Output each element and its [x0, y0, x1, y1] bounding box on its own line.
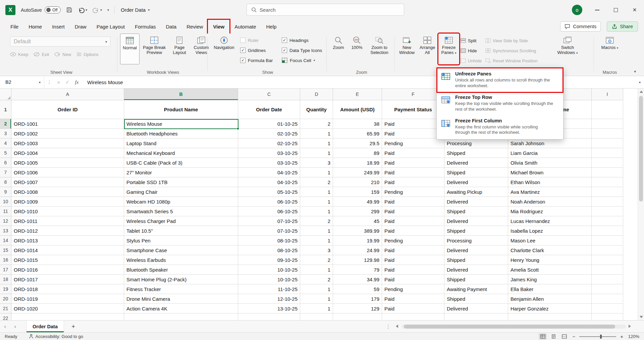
cell[interactable]: 07-10-25 [238, 226, 300, 236]
cell[interactable]: 1 [300, 284, 333, 294]
cell[interactable]: Paid [382, 265, 444, 275]
column-header-A[interactable]: A [11, 89, 124, 100]
cell[interactable] [592, 187, 623, 197]
cell[interactable]: Wireless Mouse [124, 119, 238, 129]
row-header-6[interactable]: 6 [0, 158, 11, 168]
cell[interactable]: Delivered [444, 216, 508, 226]
cell[interactable]: Paid [382, 119, 444, 129]
cell[interactable]: ORD-1011 [11, 216, 124, 226]
cell[interactable]: Delivered [444, 265, 508, 275]
undo-button[interactable]: ▾ [78, 7, 87, 13]
cell[interactable]: 2 [300, 275, 333, 284]
cell[interactable]: 2 [300, 255, 333, 265]
cell[interactable]: Shipped [444, 294, 508, 304]
row-header-10[interactable]: 10 [0, 197, 11, 207]
cell[interactable]: Michael Brown [508, 168, 592, 177]
cell[interactable]: Liam Garcia [508, 148, 592, 158]
cell[interactable]: Payment Status [382, 100, 444, 119]
formula-bar-checkbox[interactable]: Formula Bar [240, 57, 273, 64]
cell[interactable]: ORD-1003 [11, 138, 124, 148]
cell[interactable]: ORD-1012 [11, 226, 124, 236]
cell[interactable]: Mechanical Keyboard [124, 148, 238, 158]
arrange-all-button[interactable]: Arrange All [418, 34, 437, 64]
cell[interactable]: Delivered [444, 177, 508, 187]
cell[interactable]: 27” Monitor [124, 168, 238, 177]
cell[interactable]: 02-10-25 [238, 129, 300, 138]
cell[interactable]: 12-10-25 [238, 294, 300, 304]
cell[interactable]: Fitness Tracker [124, 284, 238, 294]
cell[interactable] [592, 304, 623, 314]
cell[interactable]: Pending [382, 138, 444, 148]
tab-insert[interactable]: Insert [47, 20, 70, 34]
cell[interactable] [592, 236, 623, 245]
cell[interactable]: Portable SSD 1TB [124, 177, 238, 187]
cell[interactable] [592, 284, 623, 294]
cell[interactable]: Henry Young [508, 255, 592, 265]
cell[interactable]: Stylus Pen [124, 236, 238, 245]
cell[interactable]: 45 [333, 216, 382, 226]
cell[interactable]: Shipped [444, 275, 508, 284]
cell[interactable]: Delivered [444, 158, 508, 168]
cell[interactable]: Paid [382, 216, 444, 226]
cell[interactable]: Benjamin Allen [508, 294, 592, 304]
switch-windows-button[interactable]: Switch Windows ▾ [556, 34, 579, 64]
cell[interactable]: Pending [382, 284, 444, 294]
cell[interactable]: ORD-1016 [11, 265, 124, 275]
menu-item-unfreeze-panes[interactable]: Unfreeze PanesUnlock all rows and column… [437, 68, 562, 92]
cell[interactable]: 2 [300, 177, 333, 187]
zoom-in-button[interactable]: + [620, 334, 623, 339]
cancel-button[interactable]: × [54, 79, 63, 85]
comments-button[interactable]: Comments [560, 21, 601, 32]
redo-button[interactable]: ▾ [93, 7, 102, 13]
exit-sheet-view-button[interactable]: Exit [34, 50, 49, 59]
zoom-slider[interactable] [579, 336, 616, 337]
cell[interactable]: Ella Baker [508, 284, 592, 294]
cell[interactable] [592, 294, 623, 304]
cell[interactable] [592, 168, 623, 177]
cell[interactable]: Paid [382, 304, 444, 314]
page-break-view-toggle[interactable] [560, 333, 568, 340]
cell[interactable]: 3 [300, 245, 333, 255]
cell[interactable]: USB-C Cable (Pack of 3) [124, 158, 238, 168]
cell[interactable]: 159 [333, 187, 382, 197]
cell[interactable]: ORD-1009 [11, 197, 124, 207]
cell[interactable]: Quantity [300, 100, 333, 119]
cell[interactable]: Product Name [124, 100, 238, 119]
row-header-12[interactable]: 12 [0, 216, 11, 226]
tab-view[interactable]: View [208, 20, 229, 34]
cell[interactable] [592, 158, 623, 168]
gridlines-checkbox[interactable]: Gridlines [240, 47, 273, 54]
search-input[interactable]: Search [247, 4, 404, 16]
zoom-button[interactable]: Zoom [329, 34, 347, 64]
tab-scroll-handle[interactable]: ⋮ [386, 324, 391, 330]
cell[interactable]: Paid [382, 168, 444, 177]
scroll-right-icon[interactable] [629, 325, 631, 328]
zoom-slider-thumb[interactable] [600, 335, 602, 339]
custom-views-button[interactable]: Custom Views [191, 34, 212, 64]
cell[interactable]: Wireless Charger Pad [124, 216, 238, 226]
row-header-18[interactable]: 18 [0, 275, 11, 284]
cell[interactable]: 1 [300, 294, 333, 304]
cell[interactable]: 129 [333, 304, 382, 314]
cell[interactable]: ORD-1015 [11, 255, 124, 265]
cell[interactable]: 06-10-25 [238, 197, 300, 207]
hide-button[interactable]: Hide [461, 46, 484, 55]
cell[interactable]: 3 [300, 158, 333, 168]
cell[interactable]: Drone Mini Camera [124, 294, 238, 304]
cell[interactable]: 1 [300, 129, 333, 138]
cell[interactable] [592, 100, 623, 119]
customize-quick-access-button[interactable]: ▾ [107, 8, 109, 12]
zoom-level[interactable]: 120% [627, 334, 639, 339]
cell[interactable] [333, 314, 382, 320]
horizontal-scrollbar[interactable] [402, 325, 626, 329]
previous-sheet-button[interactable]: ‹ [0, 323, 10, 330]
row-header-22[interactable]: 22 [0, 314, 11, 320]
cell[interactable] [592, 255, 623, 265]
row-header-17[interactable]: 17 [0, 265, 11, 275]
cell[interactable]: James King [508, 275, 592, 284]
formula-bar-handle[interactable]: ⋮ [47, 79, 52, 85]
zoom-to-selection-button[interactable]: Zoom to Selection [366, 34, 392, 64]
cell[interactable]: Pending [382, 187, 444, 197]
cell[interactable]: Delivered [444, 197, 508, 207]
macros-button[interactable]: Macros ▾ [599, 34, 621, 64]
